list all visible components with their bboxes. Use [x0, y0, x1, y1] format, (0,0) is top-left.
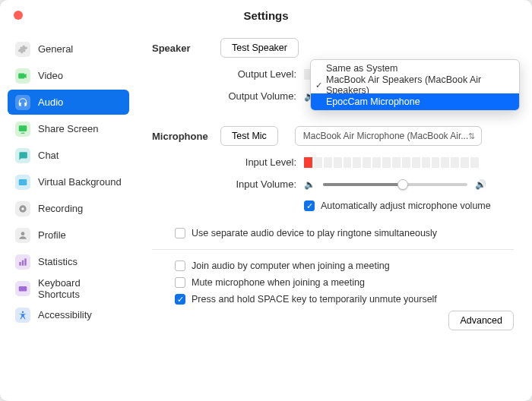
sidebar-item-label: Recording	[38, 203, 83, 214]
join-audio-checkbox[interactable]	[175, 260, 185, 271]
svg-point-9	[22, 311, 24, 312]
microphone-select[interactable]: MacBook Air Microphone (MacBook Air... ⇅	[295, 126, 482, 146]
volume-low-icon: 🔈	[304, 179, 315, 190]
virtual-background-icon	[15, 175, 30, 190]
microphone-select-value: MacBook Air Microphone (MacBook Air...	[303, 131, 468, 141]
svg-point-3	[21, 207, 24, 210]
sidebar-item-label: Statistics	[38, 256, 78, 267]
titlebar: Settings	[0, 0, 532, 30]
speaker-dropdown: Same as System ✓ MacBook Air Speakers (M…	[310, 59, 520, 111]
dropdown-item-macbook-speakers[interactable]: ✓ MacBook Air Speakers (MacBook Air Spea…	[311, 77, 519, 93]
microphone-label: Microphone	[152, 131, 220, 142]
input-level-meter	[304, 157, 479, 168]
chat-icon	[15, 148, 30, 163]
output-volume-label: Output Volume:	[152, 90, 304, 102]
sidebar-item-video[interactable]: Video	[8, 63, 129, 88]
mute-on-join-checkbox[interactable]	[175, 277, 185, 288]
sidebar-item-label: Audio	[38, 96, 63, 108]
recording-icon	[15, 201, 30, 216]
divider	[152, 249, 514, 250]
sidebar-item-keyboard-shortcuts[interactable]: Keyboard Shortcuts	[8, 276, 129, 301]
sidebar: General Video Audio Share Screen Chat Vi…	[0, 30, 137, 401]
speaker-label: Speaker	[152, 43, 220, 54]
auto-adjust-label: Automatically adjust microphone volume	[321, 200, 491, 211]
sidebar-item-accessibility[interactable]: Accessibility	[8, 302, 129, 327]
separate-device-label: Use separate audio device to play ringto…	[192, 228, 437, 238]
sidebar-item-share-screen[interactable]: Share Screen	[8, 116, 129, 141]
sidebar-item-chat[interactable]: Chat	[8, 143, 129, 168]
sidebar-item-label: Chat	[38, 150, 59, 161]
mute-on-join-label: Mute microphone when joining a meeting	[192, 277, 365, 288]
output-level-label: Output Level:	[152, 68, 304, 80]
sidebar-item-recording[interactable]: Recording	[8, 196, 129, 221]
close-button[interactable]	[14, 11, 23, 20]
sidebar-item-audio[interactable]: Audio	[8, 90, 129, 115]
input-volume-label: Input Volume:	[152, 178, 304, 190]
auto-adjust-checkbox[interactable]	[304, 200, 315, 211]
sidebar-item-label: Share Screen	[38, 123, 99, 134]
chevron-updown-icon: ⇅	[468, 132, 475, 141]
accessibility-icon	[15, 308, 30, 323]
keyboard-icon	[15, 281, 30, 296]
content-panel: Speaker Test Speaker Output Level: Outpu…	[137, 30, 532, 401]
profile-icon	[15, 228, 30, 243]
sidebar-item-label: Profile	[38, 229, 66, 241]
input-level-label: Input Level:	[152, 156, 304, 168]
svg-rect-5	[19, 262, 21, 266]
gear-icon	[15, 42, 30, 57]
sidebar-item-label: Keyboard Shortcuts	[38, 277, 122, 300]
svg-rect-1	[19, 178, 27, 185]
sidebar-item-statistics[interactable]: Statistics	[8, 249, 129, 274]
check-icon: ✓	[315, 81, 322, 90]
window-title: Settings	[0, 9, 532, 22]
sidebar-item-label: Video	[38, 70, 63, 81]
sidebar-item-profile[interactable]: Profile	[8, 223, 129, 248]
settings-window: Settings General Video Audio Share Scree…	[0, 0, 532, 401]
space-unmute-label: Press and hold SPACE key to temporarily …	[192, 294, 437, 305]
headphones-icon	[15, 95, 30, 110]
svg-rect-6	[22, 260, 24, 265]
sidebar-item-label: General	[38, 43, 73, 55]
sidebar-item-label: Accessibility	[38, 309, 92, 320]
separate-device-checkbox[interactable]	[175, 228, 185, 238]
volume-high-icon: 🔊	[475, 179, 486, 190]
test-mic-button[interactable]: Test Mic	[220, 126, 278, 146]
share-screen-icon	[15, 122, 30, 137]
svg-rect-7	[24, 258, 26, 265]
advanced-button[interactable]: Advanced	[448, 311, 514, 330]
svg-point-4	[21, 232, 25, 235]
sidebar-item-general[interactable]: General	[8, 36, 129, 62]
svg-rect-8	[19, 286, 27, 291]
space-unmute-checkbox[interactable]	[175, 294, 185, 305]
input-volume-slider[interactable]	[323, 183, 467, 186]
svg-rect-0	[19, 125, 27, 131]
sidebar-item-label: Virtual Background	[38, 176, 122, 188]
join-audio-label: Join audio by computer when joining a me…	[192, 260, 390, 271]
sidebar-item-virtual-background[interactable]: Virtual Background	[8, 169, 129, 194]
statistics-icon	[15, 254, 30, 270]
video-icon	[15, 68, 30, 84]
dropdown-item-epoccam[interactable]: EpocCam Microphone	[311, 93, 519, 110]
test-speaker-button[interactable]: Test Speaker	[220, 38, 299, 58]
